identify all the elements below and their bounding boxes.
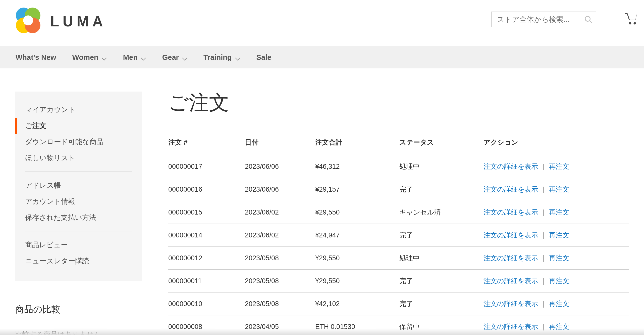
search-icon[interactable]: [584, 15, 593, 25]
action-separator: |: [543, 208, 544, 216]
col-header-status: ステータス: [399, 134, 484, 155]
sidebar-item-newsletter-subscription[interactable]: ニュースレター購読: [25, 253, 132, 269]
view-order-link[interactable]: 注文の詳細を表示: [484, 186, 538, 193]
nav-item-whats-new[interactable]: What's New: [16, 53, 56, 62]
compare-products-empty-message: 比較する商品はありません: [15, 330, 142, 335]
order-number: 000000016: [168, 178, 245, 201]
order-row: 000000010 2023/05/08 ¥42,102 完了 注文の詳細を表示…: [168, 292, 629, 315]
action-separator: |: [543, 300, 544, 308]
reorder-link[interactable]: 再注文: [549, 231, 569, 239]
order-date: 2023/05/08: [245, 270, 315, 292]
sidebar-item-saved-payment-methods[interactable]: 保存された支払い方法: [25, 210, 132, 226]
order-number: 000000010: [168, 292, 245, 315]
chevron-down-icon: [182, 54, 187, 62]
orders-table: 注文 # 日付 注文合計 ステータス アクション 000000017 2023/…: [168, 134, 629, 335]
order-total: ¥42,102: [315, 292, 399, 315]
order-number: 000000014: [168, 224, 245, 247]
reorder-link[interactable]: 再注文: [549, 254, 569, 262]
order-total: ¥46,312: [315, 155, 399, 178]
reorder-link[interactable]: 再注文: [549, 323, 569, 330]
nav-item-women[interactable]: Women: [72, 53, 107, 62]
store-logo[interactable]: LUMA: [15, 7, 106, 36]
order-row: 000000008 2023/04/05 ETH 0.01530 保留中 注文の…: [168, 315, 629, 335]
view-order-link[interactable]: 注文の詳細を表示: [484, 277, 538, 285]
order-row: 000000011 2023/05/08 ¥29,550 完了 注文の詳細を表示…: [168, 270, 629, 292]
sidebar-item-my-account[interactable]: マイアカウント: [25, 102, 132, 118]
sidebar-item-address-book[interactable]: アドレス帳: [25, 177, 132, 193]
main-nav: What's New Women Men Gear Training: [0, 46, 644, 68]
order-status: 完了: [399, 292, 484, 315]
order-total: ¥29,550: [315, 201, 399, 224]
order-status: キャンセル済: [399, 201, 484, 224]
luma-logo-icon: [15, 7, 41, 36]
reorder-link[interactable]: 再注文: [549, 300, 569, 308]
sidebar-item-my-orders[interactable]: ご注文: [15, 118, 132, 134]
order-status: 完了: [399, 270, 484, 292]
col-header-date: 日付: [245, 134, 315, 155]
view-order-link[interactable]: 注文の詳細を表示: [484, 323, 538, 330]
order-total: ¥29,550: [315, 247, 399, 270]
view-order-link[interactable]: 注文の詳細を表示: [484, 254, 538, 262]
order-date: 2023/06/06: [245, 155, 315, 178]
col-header-actions: アクション: [484, 134, 629, 155]
nav-item-men[interactable]: Men: [123, 53, 146, 62]
view-order-link[interactable]: 注文の詳細を表示: [484, 208, 538, 216]
nav-item-sale[interactable]: Sale: [256, 53, 272, 62]
order-number: 000000011: [168, 270, 245, 292]
sidebar-item-downloadable-products[interactable]: ダウンロード可能な商品: [25, 134, 132, 150]
order-date: 2023/05/08: [245, 292, 315, 315]
action-separator: |: [543, 277, 544, 285]
order-total: ¥29,550: [315, 270, 399, 292]
order-number: 000000008: [168, 315, 245, 335]
order-total: ETH 0.01530: [315, 315, 399, 335]
order-number: 000000017: [168, 155, 245, 178]
nav-item-training[interactable]: Training: [203, 53, 240, 62]
order-date: 2023/06/02: [245, 201, 315, 224]
sidebar-divider: [25, 231, 132, 231]
reorder-link[interactable]: 再注文: [549, 186, 569, 193]
order-row: 000000016 2023/06/06 ¥29,157 完了 注文の詳細を表示…: [168, 178, 629, 201]
page-header: LUMA: [0, 0, 644, 46]
main-content: ご注文 注文 # 日付 注文合計 ステータス アクション 000000017 2…: [168, 92, 629, 335]
search-box: [491, 12, 596, 27]
sidebar-item-account-info[interactable]: アカウント情報: [25, 193, 132, 210]
sidebar-item-wishlist[interactable]: ほしい物リスト: [25, 150, 132, 166]
page-title: ご注文: [168, 92, 629, 114]
view-order-link[interactable]: 注文の詳細を表示: [484, 300, 538, 308]
orders-table-header-row: 注文 # 日付 注文合計 ステータス アクション: [168, 134, 629, 155]
reorder-link[interactable]: 再注文: [549, 208, 569, 216]
action-separator: |: [543, 323, 544, 330]
action-separator: |: [543, 254, 544, 262]
order-date: 2023/05/08: [245, 247, 315, 270]
col-header-order-total: 注文合計: [315, 134, 399, 155]
sidebar: マイアカウント ご注文 ダウンロード可能な商品 ほしい物リスト アドレス帳 アカ…: [15, 92, 142, 335]
cart-icon[interactable]: [624, 12, 637, 27]
order-number: 000000012: [168, 247, 245, 270]
order-date: 2023/06/02: [245, 224, 315, 247]
order-date: 2023/06/06: [245, 178, 315, 201]
order-total: ¥29,157: [315, 178, 399, 201]
order-date: 2023/04/05: [245, 315, 315, 335]
order-status: 完了: [399, 178, 484, 201]
nav-item-gear[interactable]: Gear: [162, 53, 187, 62]
chevron-down-icon: [141, 54, 146, 62]
search-input[interactable]: [491, 12, 596, 27]
reorder-link[interactable]: 再注文: [549, 277, 569, 285]
col-header-order-number: 注文 #: [168, 134, 245, 155]
view-order-link[interactable]: 注文の詳細を表示: [484, 231, 538, 239]
view-order-link[interactable]: 注文の詳細を表示: [484, 163, 538, 170]
order-row: 000000015 2023/06/02 ¥29,550 キャンセル済 注文の詳…: [168, 201, 629, 224]
order-status: 処理中: [399, 247, 484, 270]
sidebar-item-product-reviews[interactable]: 商品レビュー: [25, 237, 132, 253]
order-status: 完了: [399, 224, 484, 247]
chevron-down-icon: [235, 54, 240, 62]
action-separator: |: [543, 186, 544, 193]
order-status: 保留中: [399, 315, 484, 335]
compare-products-block: 商品の比較 比較する商品はありません: [15, 303, 142, 335]
reorder-link[interactable]: 再注文: [549, 163, 569, 170]
order-row: 000000012 2023/05/08 ¥29,550 処理中 注文の詳細を表…: [168, 247, 629, 270]
compare-products-title: 商品の比較: [15, 303, 142, 316]
order-number: 000000015: [168, 201, 245, 224]
chevron-down-icon: [101, 54, 107, 62]
header-right: [491, 12, 637, 27]
